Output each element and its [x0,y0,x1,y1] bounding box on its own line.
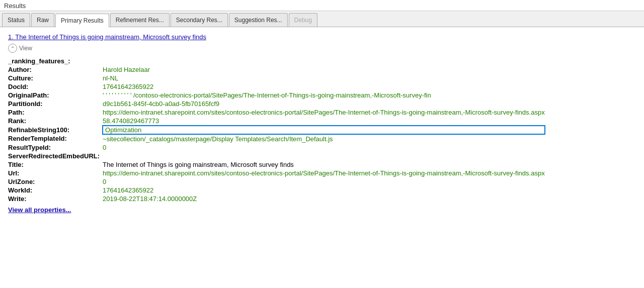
prop-value: 0 [103,177,545,186]
content-area: 1. The Internet of Things is going mains… [0,27,644,220]
tab-suggestion-res[interactable]: Suggestion Res... [229,13,288,27]
prop-value: 17641642365922 [103,82,545,91]
prop-key: DocId: [8,82,103,91]
prop-value [103,57,545,65]
prop-row: WorkId:17641642365922 [8,186,545,195]
prop-key: Url: [8,169,103,177]
prop-key: _ranking_features_: [8,57,103,65]
prop-row: DocId:17641642365922 [8,82,545,91]
prop-value: ' ' ' ' ' ' ' ' ' ' /contoso-electronics… [103,91,545,100]
prop-value: Harold Hazelaar [103,65,545,74]
prop-key: PartitionId: [8,100,103,108]
prop-row: _ranking_features_: [8,57,545,65]
prop-key: RenderTemplateId: [8,134,103,143]
prop-key: WorkId: [8,186,103,195]
prop-row: ServerRedirectedEmbedURL: [8,152,545,160]
prop-key: UrlZone: [8,177,103,186]
tab-debug: Debug [289,13,317,27]
prop-row: Title:The Internet of Things is going ma… [8,160,545,169]
prop-value [103,152,545,160]
prop-key: Culture: [8,74,103,82]
prop-row: RefinableString100:Optimization [8,126,545,134]
tab-refinement-res[interactable]: Refinement Res... [110,13,170,27]
prop-key: OriginalPath: [8,91,103,100]
prop-key: ServerRedirectedEmbedURL: [8,152,103,160]
prop-row: Url:https://demo-intranet.sharepoint.com… [8,169,545,177]
view-all-link[interactable]: View all properties... [8,206,71,214]
prop-key: Path: [8,108,103,117]
tab-status[interactable]: Status [2,13,30,27]
prop-row: Author:Harold Hazelaar [8,65,545,74]
prop-key: Rank: [8,117,103,126]
prop-value: Optimization [103,126,545,134]
tab-bar: StatusRawPrimary ResultsRefinement Res..… [0,11,644,27]
prop-value: 2019-08-22T18:47:14.0000000Z [103,195,545,203]
prop-row: UrlZone:0 [8,177,545,186]
prop-row: Culture:nl-NL [8,74,545,82]
prop-row: Write:2019-08-22T18:47:14.0000000Z [8,195,545,203]
prop-value: 58.4740829467773 [103,117,545,126]
prop-value: 17641642365922 [103,186,545,195]
prop-value: nl-NL [103,74,545,82]
results-label: Results [4,2,26,10]
prop-key: RefinableString100: [8,126,103,134]
prop-row: OriginalPath:' ' ' ' ' ' ' ' ' ' /contos… [8,91,545,100]
prop-value: The Internet of Things is going mainstre… [103,160,545,169]
view-row: ⌃ View [8,44,636,53]
prop-row: Path:https://demo-intranet.sharepoint.co… [8,108,545,117]
prop-row: RenderTemplateId:~sitecollection/_catalo… [8,134,545,143]
tab-raw[interactable]: Raw [31,13,54,27]
prop-value: ~sitecollection/_catalogs/masterpage/Dis… [103,134,545,143]
collapse-icon[interactable]: ⌃ [8,44,17,53]
prop-key: Write: [8,195,103,203]
result-title-link[interactable]: 1. The Internet of Things is going mains… [8,33,636,41]
view-label: View [19,45,32,52]
tab-secondary-res[interactable]: Secondary Res... [171,13,228,27]
prop-row: Rank:58.4740829467773 [8,117,545,126]
results-header: Results [0,0,644,11]
properties-table: _ranking_features_:Author:Harold Hazelaa… [8,57,545,203]
prop-value[interactable]: https://demo-intranet.sharepoint.com/sit… [103,169,545,177]
prop-row: ResultTypeId:0 [8,143,545,152]
prop-key: Title: [8,160,103,169]
prop-value[interactable]: https://demo-intranet.sharepoint.com/sit… [103,108,545,117]
prop-key: Author: [8,65,103,74]
tab-primary-results[interactable]: Primary Results [55,14,109,27]
prop-key: ResultTypeId: [8,143,103,152]
prop-row: PartitionId:d9c1b561-845f-4cb0-a0ad-5fb7… [8,100,545,108]
prop-value: 0 [103,143,545,152]
prop-value: d9c1b561-845f-4cb0-a0ad-5fb70165fcf9 [103,100,545,108]
